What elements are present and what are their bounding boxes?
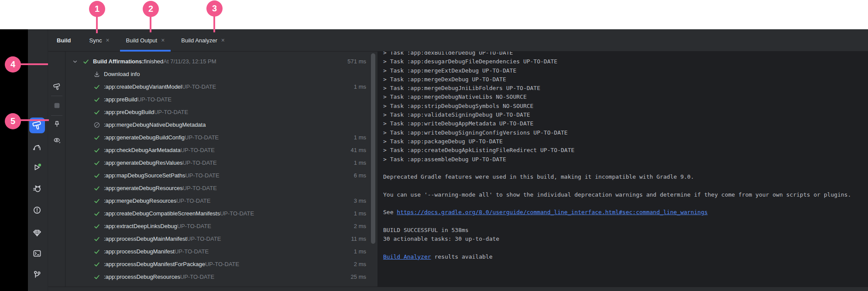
toolbar-separator	[51, 96, 62, 96]
tree-row[interactable]: :app:mapDebugSourceSetPaths UP-TO-DATE6 …	[66, 169, 377, 182]
console-line: > Task :app:createDebugApkListingFileRed…	[383, 146, 868, 155]
chevron-down-icon[interactable]	[72, 58, 79, 65]
console-text: > Task :app:mergeExtDexDebug UP-TO-DATE	[383, 67, 516, 74]
tree-row-text: :app:preDebugBuild	[104, 109, 154, 115]
tree-row[interactable]: :app:checkDebugAarMetadata UP-TO-DATE41 …	[66, 144, 377, 156]
tool-window-stripe	[28, 29, 48, 291]
stripe-button-terminal[interactable]	[31, 247, 43, 260]
task-duration: 2 ms	[354, 223, 366, 229]
tree-row-text: :app:generateDebugResources	[104, 185, 183, 191]
callout-badge-2: 2	[143, 1, 159, 17]
close-icon[interactable]: ×	[221, 37, 225, 43]
console-text: > Task :app:mergeDebugJniLibFolders UP-T…	[383, 85, 540, 91]
console-line: > Task :app:writeDebugAppMetadata UP-TO-…	[383, 119, 868, 128]
console-line: > Task :app:writeDebugSigningConfigVersi…	[383, 128, 868, 137]
console-line: > Task :app:packageDebug UP-TO-DATE	[383, 137, 868, 146]
tree-row-text: :app:preBuild	[104, 96, 137, 103]
console-line	[383, 164, 868, 173]
console-line: Deprecated Gradle features were used in …	[383, 173, 868, 181]
tree-row-text: UP-TO-DATE	[220, 210, 254, 217]
tree-row[interactable]: :app:processDebugResources UP-TO-DATE25 …	[66, 270, 377, 283]
stripe-button-run[interactable]	[31, 161, 43, 173]
tree-row[interactable]: :app:processDebugMainManifest UP-TO-DATE…	[66, 232, 377, 245]
tree-row[interactable]: :app:mergeDebugResources UP-TO-DATE3 ms	[66, 194, 377, 207]
console-line	[383, 244, 868, 253]
stripe-button-version-control[interactable]	[31, 268, 43, 281]
tree-row[interactable]: :app:processDebugManifest UP-TO-DATE1 ms	[66, 245, 377, 258]
check-icon	[93, 197, 100, 204]
console-line	[383, 181, 868, 190]
close-icon[interactable]: ×	[106, 37, 109, 43]
tree-row[interactable]: :app:generateDebugBuildConfig UP-TO-DATE…	[66, 131, 377, 144]
tab-sync[interactable]: Sync×	[83, 29, 116, 52]
tree-row-text: :app:createDebugVariantModel	[104, 83, 182, 90]
task-duration: 6 ms	[354, 172, 366, 179]
console-link[interactable]: https://docs.gradle.org/8.0/userguide/co…	[397, 209, 707, 215]
tree-row[interactable]: :app:extractDeepLinksDebug UP-TO-DATE2 m…	[66, 220, 377, 232]
check-icon	[82, 58, 89, 65]
hammer-icon	[32, 121, 42, 130]
build-panel-toolbar	[48, 52, 65, 291]
filters-button[interactable]	[51, 135, 62, 146]
pin-icon	[53, 120, 61, 128]
tree-row[interactable]: Download info	[66, 68, 377, 80]
tree-row-text: At 7/11/23, 12:15 PM	[163, 58, 216, 65]
tree-row[interactable]: :app:preDebugBuild UP-TO-DATE	[66, 106, 377, 118]
tree-row-text: UP-TO-DATE	[176, 197, 210, 204]
check-icon	[93, 210, 100, 217]
stop-button[interactable]	[51, 100, 62, 111]
tree-scrollbar[interactable]	[371, 53, 375, 244]
tree-row-text: UP-TO-DATE	[181, 147, 215, 153]
console-line: > Task :app:desugarDebugFileDependencies…	[383, 57, 868, 66]
callout-stem	[19, 119, 49, 121]
tree-row-text: UP-TO-DATE	[183, 185, 217, 191]
tree-row[interactable]: Build Affirmations: finished At 7/11/23,…	[66, 55, 377, 68]
console-text: > Task :app:writeDebugAppMetadata UP-TO-…	[383, 120, 533, 127]
callout-stem	[213, 15, 215, 32]
tree-row[interactable]: :app:createDebugCompatibleScreenManifest…	[66, 207, 377, 220]
tree-row-text: :app:checkDebugAarMetadata	[104, 147, 181, 153]
check-icon	[93, 185, 100, 192]
check-icon	[93, 96, 100, 103]
check-icon	[93, 159, 100, 166]
close-icon[interactable]: ×	[161, 37, 165, 43]
task-duration: 1 ms	[354, 83, 366, 90]
no-source-icon	[93, 121, 100, 128]
tree-row[interactable]: :app:preBuild UP-TO-DATE	[66, 93, 377, 106]
tree-row[interactable]: :app:createDebugVariantModel UP-TO-DATE1…	[66, 80, 377, 93]
eye-filter-icon	[53, 137, 61, 144]
stripe-button-gradle[interactable]	[31, 141, 43, 153]
stripe-button-logcat[interactable]	[31, 183, 43, 195]
tree-row[interactable]: :app:generateDebugResources UP-TO-DATE	[66, 182, 377, 194]
stripe-button-problems[interactable]	[31, 204, 43, 216]
console-line: > Task :app:assembleDebug UP-TO-DATE	[383, 155, 868, 164]
tab-build-analyzer[interactable]: Build Analyzer×	[175, 29, 231, 52]
tree-row[interactable]: :app:processDebugManifestForPackage UP-T…	[66, 258, 377, 270]
tree-row-text: UP-TO-DATE	[154, 109, 188, 115]
console-text: > Task :app:createDebugApkListingFileRed…	[383, 147, 574, 153]
console-text: 30 actionable tasks: 30 up-to-date	[383, 236, 499, 242]
callout-stem	[96, 16, 98, 33]
pin-button[interactable]	[51, 118, 62, 129]
tree-row[interactable]: :app:generateDebugResValues UP-TO-DATE1 …	[66, 156, 377, 169]
check-icon	[93, 274, 100, 281]
console-link[interactable]: Build Analyzer	[383, 253, 431, 260]
console-text: > Task :app:desugarDebugFileDependencies…	[383, 58, 557, 65]
task-duration: 1 ms	[354, 159, 366, 166]
stripe-button-app-inspection[interactable]	[31, 227, 43, 239]
check-icon	[93, 83, 100, 90]
tree-row-text: UP-TO-DATE	[185, 134, 219, 141]
tree-row[interactable]: :app:mergeDebugNativeDebugMetadata	[66, 118, 377, 131]
console-text: You can use '--warning-mode all' to show…	[383, 191, 851, 198]
callout-stem	[150, 16, 151, 32]
tree-row-text: :app:mergeDebugNativeDebugMetadata	[104, 121, 206, 128]
tab-build-output[interactable]: Build Output×	[120, 29, 171, 52]
build-tool-window-header: Build Sync×Build Output×Build Analyzer×	[48, 29, 868, 52]
restart-build-button[interactable]	[51, 81, 62, 92]
tab-label: Sync	[89, 37, 102, 44]
tree-row-text: UP-TO-DATE	[180, 274, 214, 280]
task-duration: 41 ms	[351, 147, 366, 153]
tree-row-text: UP-TO-DATE	[137, 96, 172, 103]
console-line: You can use '--warning-mode all' to show…	[383, 191, 868, 199]
tree-row-text: Download info	[104, 71, 140, 77]
